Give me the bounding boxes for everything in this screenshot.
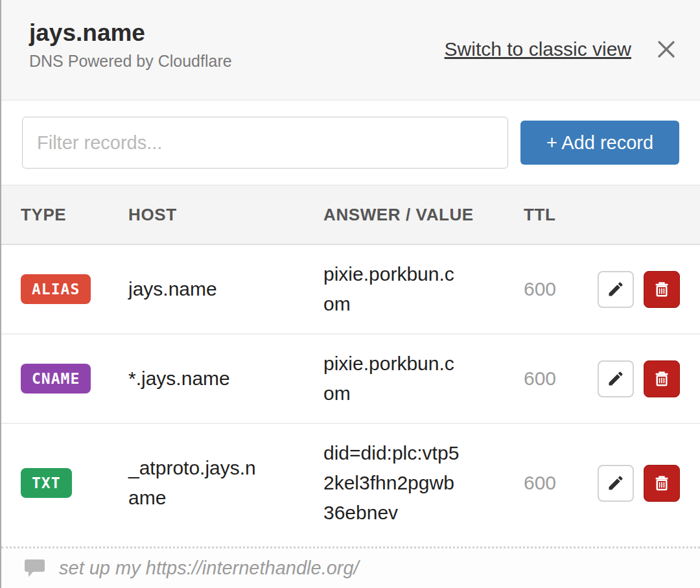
record-row: CNAME *.jays.name pixie.porkbun.com 600 <box>1 335 700 424</box>
record-row: ALIAS jays.name pixie.porkbun.com 600 <box>1 245 700 335</box>
delete-record-button[interactable] <box>644 271 680 308</box>
record-type-cell: ALIAS <box>21 274 128 304</box>
dns-records-modal: jays.name DNS Powered by Cloudflare Swit… <box>0 0 700 588</box>
delete-record-button[interactable] <box>644 465 680 502</box>
column-header-host: HOST <box>128 205 323 225</box>
record-type-cell: TXT <box>21 468 128 498</box>
records-list: ALIAS jays.name pixie.porkbun.com 600 <box>1 245 700 542</box>
record-row: TXT _atproto.jays.name did=did:plc:vtp52… <box>1 424 700 542</box>
records-toolbar: + Add record <box>1 100 700 185</box>
pencil-icon <box>607 474 625 492</box>
switch-to-classic-view-link[interactable]: Switch to classic view <box>445 38 631 60</box>
close-button[interactable] <box>653 36 679 62</box>
column-header-ttl: TTL <box>524 205 598 225</box>
edit-record-button[interactable] <box>598 271 634 308</box>
record-type-badge: CNAME <box>21 364 91 394</box>
trash-icon <box>652 473 671 493</box>
delete-record-button[interactable] <box>644 360 680 397</box>
filter-records-input[interactable] <box>22 117 508 169</box>
trash-icon <box>652 369 671 388</box>
record-ttl: 600 <box>524 368 598 390</box>
record-answer-cell: did=did:plc:vtp52kel3fhn2pgwb36ebnev <box>323 424 524 542</box>
pencil-icon <box>607 370 625 388</box>
column-header-answer: ANSWER / VALUE <box>323 205 524 225</box>
record-type-cell: CNAME <box>21 364 128 394</box>
modal-header: jays.name DNS Powered by Cloudflare Swit… <box>1 0 700 100</box>
record-host-cell: *.jays.name <box>128 364 323 394</box>
records-table-header: TYPE HOST ANSWER / VALUE TTL <box>1 185 700 245</box>
record-type-badge: TXT <box>21 468 72 498</box>
trash-icon <box>652 279 671 299</box>
record-host-cell: jays.name <box>128 274 323 304</box>
record-answer: pixie.porkbun.com <box>323 349 461 408</box>
close-icon <box>655 38 678 61</box>
edit-record-button[interactable] <box>598 360 634 397</box>
record-type-badge: ALIAS <box>21 274 91 304</box>
record-host: *.jays.name <box>128 364 230 394</box>
record-host: jays.name <box>128 274 217 304</box>
record-host: _atproto.jays.name <box>128 453 261 513</box>
record-actions <box>598 360 680 397</box>
record-host-cell: _atproto.jays.name <box>128 453 323 513</box>
record-answer-cell: pixie.porkbun.com <box>323 245 524 333</box>
footer-note: set up my https://internethandle.org/ <box>59 558 359 579</box>
edit-record-button[interactable] <box>598 465 634 502</box>
record-actions <box>598 271 680 308</box>
header-actions: Switch to classic view <box>445 36 679 62</box>
record-ttl: 600 <box>524 278 598 300</box>
record-answer-cell: pixie.porkbun.com <box>323 335 524 423</box>
record-actions <box>598 465 680 502</box>
record-answer: pixie.porkbun.com <box>323 259 461 319</box>
speech-bubble-icon <box>25 559 45 577</box>
record-ttl: 600 <box>524 472 598 494</box>
column-header-type: TYPE <box>21 205 128 225</box>
add-record-button[interactable]: + Add record <box>520 121 679 165</box>
record-answer: did=did:plc:vtp52kel3fhn2pgwb36ebnev <box>323 438 461 528</box>
pencil-icon <box>607 280 625 298</box>
modal-footer: set up my https://internethandle.org/ <box>1 547 700 588</box>
